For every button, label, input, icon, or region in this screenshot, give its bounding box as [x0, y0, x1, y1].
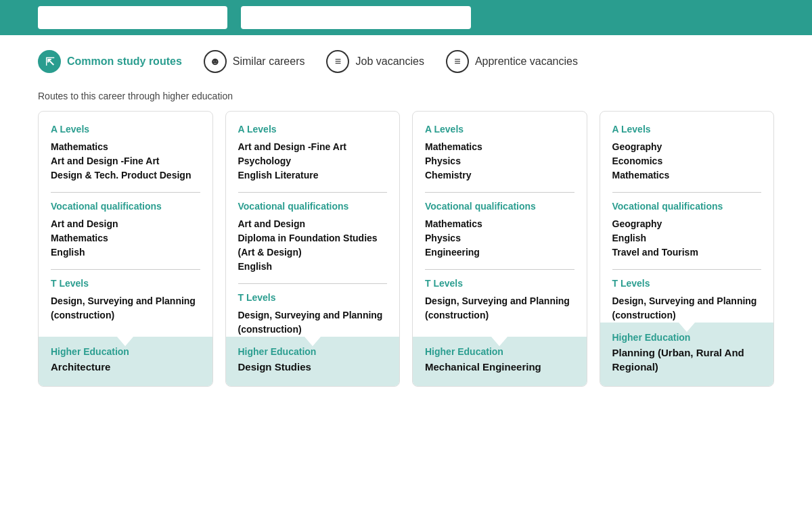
card1-footer: Higher Education Architecture [39, 337, 212, 386]
banner-input-1[interactable] [38, 6, 227, 29]
tab-study-routes[interactable]: ⇱ Common study routes [38, 50, 182, 78]
tab-apprentice-vacancies-label: Apprentice vacancies [475, 55, 578, 68]
tab-apprentice-vacancies[interactable]: ≡ Apprentice vacancies [446, 50, 578, 78]
card3-he-value: Mechanical Engineering [425, 360, 574, 374]
card3-voc-label: Vocational qualifications [425, 201, 574, 212]
card2-he-value: Design Studies [238, 360, 388, 374]
card4-voc-items: Geography English Travel and Tourism [612, 217, 762, 260]
divider6 [425, 269, 574, 270]
top-banner [0, 0, 812, 35]
card-design-studies: A Levels Art and Design -Fine Art Psycho… [225, 111, 401, 387]
banner-input-2[interactable] [241, 6, 471, 29]
cards-row: A Levels Mathematics Art and Design -Fin… [0, 111, 812, 414]
study-routes-icon: ⇱ [38, 50, 61, 73]
card2-he-label: Higher Education [238, 346, 388, 357]
divider5 [425, 192, 574, 193]
card4-footer: Higher Education Planning (Urban, Rural … [600, 323, 774, 386]
card1-he-label: Higher Education [51, 346, 200, 357]
card-planning: A Levels Geography Economics Mathematics… [600, 111, 775, 387]
card2-voc-label: Vocational qualifications [238, 201, 388, 212]
card4-t-label: T Levels [612, 278, 762, 289]
nav-tabs: ⇱ Common study routes ☻ Similar careers … [0, 35, 812, 78]
tab-job-vacancies[interactable]: ≡ Job vacancies [326, 50, 424, 78]
divider1 [51, 192, 200, 193]
similar-careers-icon: ☻ [204, 50, 227, 73]
divider8 [612, 269, 762, 270]
card3-footer: Higher Education Mechanical Engineering [413, 337, 587, 386]
card3-voc-items: Mathematics Physics Engineering [425, 217, 574, 260]
card3-a-levels-label: A Levels [425, 124, 574, 135]
card1-t-items: Design, Surveying and Planning (construc… [51, 294, 200, 323]
divider7 [612, 192, 762, 193]
card4-t-items: Design, Surveying and Planning (construc… [612, 294, 762, 323]
card1-he-value: Architecture [51, 360, 200, 374]
card2-voc-items: Art and Design Diploma in Foundation Stu… [238, 217, 388, 274]
job-vacancies-icon: ≡ [326, 50, 349, 73]
card1-a-levels-label: A Levels [51, 124, 200, 135]
card1-voc-items: Art and Design Mathematics English [51, 217, 200, 260]
divider4 [238, 283, 388, 284]
tab-study-routes-label: Common study routes [67, 55, 182, 68]
card2-t-label: T Levels [238, 292, 388, 303]
card4-a-levels-label: A Levels [612, 124, 762, 135]
card3-a-levels-items: Mathematics Physics Chemistry [425, 140, 574, 183]
tab-similar-careers-label: Similar careers [233, 55, 305, 68]
divider3 [238, 192, 388, 193]
divider2 [51, 269, 200, 270]
card4-he-label: Higher Education [612, 332, 762, 343]
card4-a-levels-items: Geography Economics Mathematics [612, 140, 762, 183]
card2-a-levels-label: A Levels [238, 124, 388, 135]
card1-t-label: T Levels [51, 278, 200, 289]
card2-t-items: Design, Surveying and Planning (construc… [238, 308, 388, 337]
card2-a-levels-items: Art and Design -Fine Art Psychology Engl… [238, 140, 388, 183]
card3-he-label: Higher Education [425, 346, 574, 357]
card3-t-label: T Levels [425, 278, 574, 289]
card1-a-levels-items: Mathematics Art and Design -Fine Art Des… [51, 140, 200, 183]
card3-t-items: Design, Surveying and Planning (construc… [425, 294, 574, 323]
card1-voc-label: Vocational qualifications [51, 201, 200, 212]
card-architecture: A Levels Mathematics Art and Design -Fin… [38, 111, 213, 387]
subtitle: Routes to this career through higher edu… [0, 78, 812, 111]
tab-similar-careers[interactable]: ☻ Similar careers [204, 50, 305, 78]
card2-footer: Higher Education Design Studies [226, 337, 400, 386]
tab-job-vacancies-label: Job vacancies [355, 55, 424, 68]
card4-voc-label: Vocational qualifications [612, 201, 762, 212]
card4-he-value: Planning (Urban, Rural And Regional) [612, 346, 762, 374]
apprentice-vacancies-icon: ≡ [446, 50, 469, 73]
card-mechanical-engineering: A Levels Mathematics Physics Chemistry V… [412, 111, 587, 387]
